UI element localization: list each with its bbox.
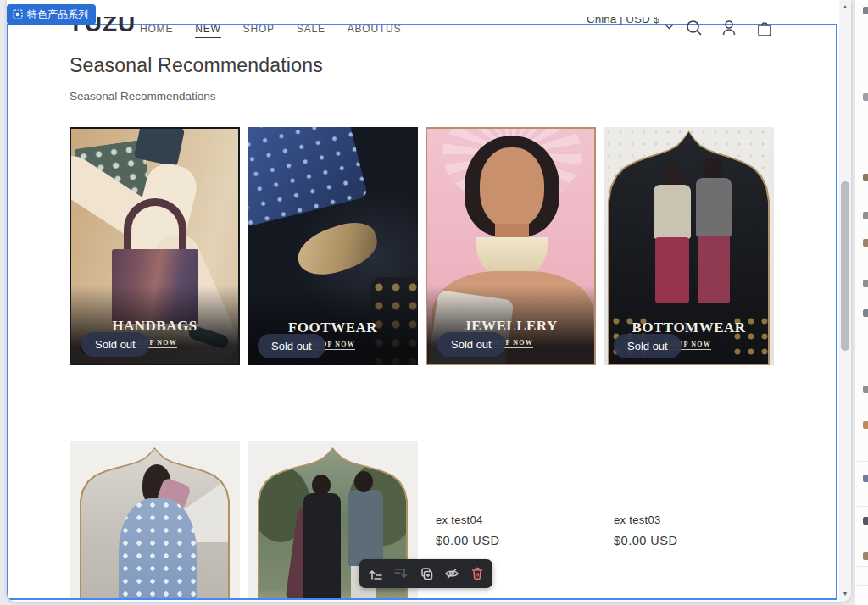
move-up-icon[interactable] [368, 566, 383, 581]
sidebar-fragment [863, 93, 868, 101]
section-subtitle: Seasonal Recommendations [70, 90, 216, 103]
search-icon[interactable] [685, 19, 704, 37]
product-price: $0.00 USD [436, 534, 499, 547]
sidebar-fragment [863, 421, 868, 429]
collection-image-bottomwear[interactable]: BOTTOMWEAR SHOP NOW Sold out [604, 127, 774, 365]
section-title: Seasonal Recommendations [70, 54, 323, 77]
nav-aboutus[interactable]: ABOUTUS [348, 23, 402, 38]
collection-card: BOTTOMWEAR SHOP NOW Sold out ex test03 $… [604, 127, 774, 365]
storefront-preview: YUZU HOME NEW SHOP SALE ABOUTUS China | … [7, 0, 851, 602]
sold-out-badge: Sold out [437, 332, 505, 357]
account-icon[interactable] [720, 19, 738, 37]
section-badge[interactable]: 特色产品系列 [7, 4, 96, 25]
hide-eye-off-icon[interactable] [444, 566, 459, 581]
sidebar-fragment [863, 386, 868, 393]
move-down-icon[interactable] [393, 566, 409, 581]
main-nav: HOME NEW SHOP SALE ABOUTUS [140, 23, 401, 38]
scrollbar-thumb[interactable] [841, 181, 849, 351]
nav-home[interactable]: HOME [140, 23, 173, 38]
sidebar-fragment [863, 280, 868, 287]
scroll-up-arrow[interactable]: ▲ [839, 3, 851, 9]
cart-icon[interactable] [754, 19, 775, 39]
sidebar-fragment [863, 7, 868, 14]
delete-trash-icon[interactable] [470, 566, 485, 581]
sidebar-fragment [863, 174, 868, 181]
sold-out-badge: Sold out [614, 334, 682, 358]
sidebar-fragment [863, 475, 868, 482]
sidebar-fragment [863, 309, 868, 317]
sidebar-fragment [863, 239, 868, 247]
collection-card [70, 441, 240, 598]
collection-card: JEWELLERY SHOP NOW Sold out ex test04 $0… [426, 127, 596, 365]
duplicate-icon[interactable] [419, 566, 434, 581]
scroll-down-arrow[interactable]: ▼ [839, 591, 851, 597]
sold-out-badge: Sold out [258, 334, 326, 358]
collection-image-jewellery[interactable]: JEWELLERY SHOP NOW Sold out [426, 127, 596, 365]
collection-image-handbags[interactable]: HANDBAGS SHOP NOW Sold out [70, 127, 240, 365]
nav-sale[interactable]: SALE [297, 23, 326, 38]
product-title[interactable]: ex test04 [436, 513, 482, 526]
block-toolbar [359, 559, 492, 588]
locale-selector[interactable]: China | USD $ [587, 17, 659, 37]
product-price: $0.00 USD [614, 534, 677, 547]
sold-out-badge: Sold out [81, 332, 149, 357]
collection-image-dress[interactable] [70, 441, 240, 598]
nav-new[interactable]: NEW [195, 23, 220, 38]
editor-sidebar-cutoff [854, 0, 868, 605]
nav-shop[interactable]: SHOP [243, 23, 275, 38]
collection-image-footwear[interactable]: FOOTWEAR SHOP NOW Sold out [248, 127, 418, 365]
collection-card: HANDBAGS SHOP NOW Sold out ex test06 $0.… [70, 127, 240, 365]
chevron-down-icon[interactable] [665, 24, 674, 30]
sidebar-fragment [863, 212, 868, 219]
sidebar-fragment [863, 517, 868, 525]
collection-card: FOOTWEAR SHOP NOW Sold out ex test05 $0.… [248, 127, 418, 365]
section-icon [13, 9, 23, 19]
sidebar-fragment [863, 552, 868, 560]
product-title[interactable]: ex test03 [614, 513, 660, 526]
preview-scrollbar[interactable]: ▲ ▼ [839, 0, 851, 602]
